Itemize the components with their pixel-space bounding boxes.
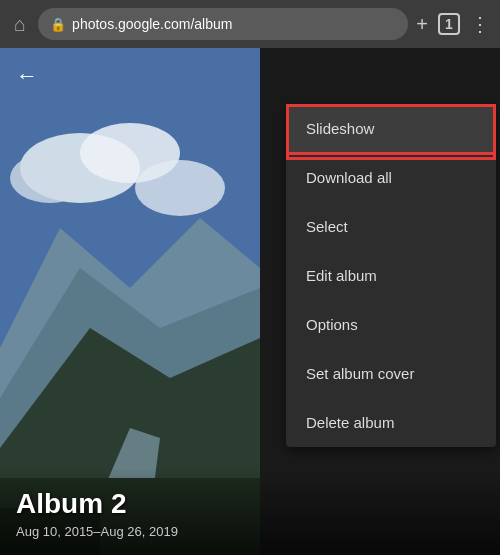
menu-item-slideshow[interactable]: Slideshow — [286, 104, 496, 153]
svg-point-4 — [135, 160, 225, 216]
menu-item-select[interactable]: Select — [286, 202, 496, 251]
menu-item-options[interactable]: Options — [286, 300, 496, 349]
lock-icon: 🔒 — [50, 17, 66, 32]
browser-chrome: ⌂ 🔒 photos.google.com/album + 1 ⋮ — [0, 0, 500, 48]
album-info: Album 2 Aug 10, 2015–Aug 26, 2019 — [0, 468, 500, 555]
menu-item-delete-album[interactable]: Delete album — [286, 398, 496, 447]
page-content: ← Album 2 Aug 10, 2015–Aug 26, 2019 Slid… — [0, 48, 500, 555]
menu-item-edit-album[interactable]: Edit album — [286, 251, 496, 300]
album-title: Album 2 — [16, 488, 484, 520]
home-icon[interactable]: ⌂ — [10, 9, 30, 40]
menu-item-download-all[interactable]: Download all — [286, 153, 496, 202]
menu-item-set-album-cover[interactable]: Set album cover — [286, 349, 496, 398]
url-text: photos.google.com/album — [72, 16, 232, 32]
svg-point-3 — [10, 153, 90, 203]
tab-count[interactable]: 1 — [438, 13, 460, 35]
dropdown-menu: Slideshow Download all Select Edit album… — [286, 104, 496, 447]
back-button[interactable]: ← — [16, 63, 38, 89]
top-bar: ← — [0, 48, 500, 104]
browser-actions: + 1 ⋮ — [416, 12, 490, 36]
new-tab-icon[interactable]: + — [416, 13, 428, 36]
album-dates: Aug 10, 2015–Aug 26, 2019 — [16, 524, 484, 539]
address-bar[interactable]: 🔒 photos.google.com/album — [38, 8, 408, 40]
more-options-icon[interactable]: ⋮ — [470, 12, 490, 36]
